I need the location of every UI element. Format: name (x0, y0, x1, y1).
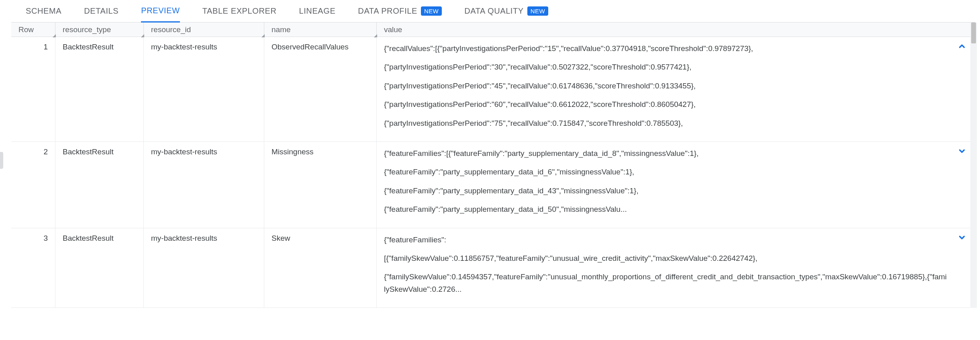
col-header-value[interactable]: value (377, 23, 975, 37)
panel-collapse-handle[interactable] (0, 152, 3, 169)
cell-resource-id: my-backtest-results (144, 142, 264, 228)
table-header: Row resource_type resource_id name value (11, 23, 975, 37)
value-text: {"familySkewValue":0.14594357,"featureFa… (384, 271, 947, 295)
tab-label: SCHEMA (26, 6, 61, 16)
value-text: {"partyInvestigationsPerPeriod":"60","re… (384, 98, 947, 111)
chevron-down-icon[interactable] (958, 233, 966, 242)
tab-schema[interactable]: SCHEMA (26, 0, 61, 22)
cell-value: {"featureFamilies":[{"featureFamily":"pa… (377, 142, 975, 228)
value-text: {"featureFamily":"party_supplementary_da… (384, 166, 947, 178)
col-header-name[interactable]: name (264, 23, 377, 37)
new-badge: NEW (527, 6, 548, 16)
col-header-label: resource_type (63, 25, 111, 34)
value-text: {"featureFamily":"party_supplementary_da… (384, 203, 947, 215)
col-header-label: resource_id (151, 25, 191, 34)
tab-label: DETAILS (84, 6, 118, 16)
new-badge: NEW (421, 6, 442, 16)
table-row: 3BacktestResultmy-backtest-resultsSkew{"… (11, 228, 975, 308)
col-header-label: name (272, 25, 291, 34)
value-text: {"featureFamilies":[{"featureFamily":"pa… (384, 147, 947, 160)
scrollbar-vertical[interactable] (970, 23, 977, 308)
cell-row-num: 1 (11, 37, 55, 141)
col-header-label: value (384, 25, 402, 34)
tab-label: PREVIEW (141, 6, 180, 15)
cell-resource-type: BacktestResult (55, 37, 144, 141)
scrollbar-thumb[interactable] (971, 23, 976, 43)
value-text: {"featureFamily":"party_supplementary_da… (384, 185, 947, 197)
cell-row-num: 3 (11, 228, 55, 308)
table-row: 2BacktestResultmy-backtest-resultsMissin… (11, 142, 975, 228)
table-body: 1BacktestResultmy-backtest-resultsObserv… (11, 37, 975, 308)
tab-label: DATA QUALITY (464, 6, 524, 16)
col-header-label: Row (18, 25, 34, 34)
chevron-down-icon[interactable] (958, 147, 966, 156)
tab-label: LINEAGE (299, 6, 335, 16)
cell-value: {"recallValues":[{"partyInvestigationsPe… (377, 37, 975, 141)
tab-bar: SCHEMADETAILSPREVIEWTABLE EXPLORERLINEAG… (11, 0, 975, 23)
value-text: [{"familySkewValue":0.11856757,"featureF… (384, 252, 947, 264)
cell-name: ObservedRecallValues (264, 37, 377, 141)
tab-data-quality[interactable]: DATA QUALITYNEW (464, 0, 548, 22)
value-text: {"featureFamilies": (384, 234, 947, 246)
value-text: {"partyInvestigationsPerPeriod":"75","re… (384, 117, 947, 129)
value-text: {"partyInvestigationsPerPeriod":"45","re… (384, 80, 947, 92)
cell-value: {"featureFamilies":[{"familySkewValue":0… (377, 228, 975, 308)
chevron-up-icon[interactable] (958, 42, 966, 51)
table-row: 1BacktestResultmy-backtest-resultsObserv… (11, 37, 975, 142)
tab-label: TABLE EXPLORER (202, 6, 277, 16)
tab-table-explorer[interactable]: TABLE EXPLORER (202, 0, 277, 22)
tab-label: DATA PROFILE (358, 6, 417, 16)
cell-name: Skew (264, 228, 377, 308)
value-text: {"partyInvestigationsPerPeriod":"30","re… (384, 61, 947, 73)
cell-resource-id: my-backtest-results (144, 228, 264, 308)
cell-name: Missingness (264, 142, 377, 228)
preview-table: Row resource_type resource_id name value… (11, 23, 975, 308)
cell-resource-type: BacktestResult (55, 142, 144, 228)
tab-preview[interactable]: PREVIEW (141, 0, 180, 23)
cell-resource-type: BacktestResult (55, 228, 144, 308)
col-header-resource-type[interactable]: resource_type (55, 23, 144, 37)
cell-row-num: 2 (11, 142, 55, 228)
cell-resource-id: my-backtest-results (144, 37, 264, 141)
tab-data-profile[interactable]: DATA PROFILENEW (358, 0, 442, 22)
tab-details[interactable]: DETAILS (84, 0, 118, 22)
value-text: {"recallValues":[{"partyInvestigationsPe… (384, 43, 947, 55)
col-header-row[interactable]: Row (11, 23, 55, 37)
tab-lineage[interactable]: LINEAGE (299, 0, 335, 22)
col-header-resource-id[interactable]: resource_id (144, 23, 264, 37)
